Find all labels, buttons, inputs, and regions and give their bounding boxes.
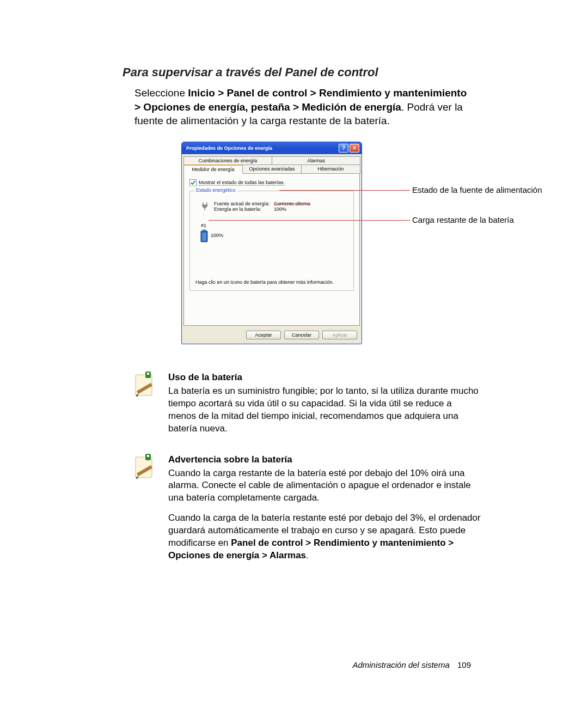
callout-line-1 — [279, 190, 410, 191]
note-icon — [133, 371, 156, 443]
battery-icon[interactable] — [200, 229, 209, 241]
tab-alarms[interactable]: Alarmas — [272, 156, 360, 164]
power-plug-icon — [200, 201, 211, 212]
battery-hint: Haga clic en un icono de batería para ob… — [195, 279, 348, 285]
power-options-dialog: Propiedades de Opciones de energía ? × C… — [181, 142, 362, 344]
note-battery-usage: Uso de la batería La batería es un sumin… — [133, 371, 482, 443]
energy-status-group: Estado energético Fuente actual de energ… — [189, 191, 354, 291]
tab-panel: Mostrar el estado de todas las baterías.… — [183, 173, 360, 326]
note2-p2: Cuando la carga de la batería restante e… — [168, 512, 482, 562]
note-battery-warning: Advertencia sobre la batería Cuando la c… — [133, 454, 482, 570]
tab-hibernate[interactable]: Hibernación — [301, 164, 360, 174]
svg-rect-5 — [147, 373, 149, 375]
help-button[interactable]: ? — [339, 144, 348, 153]
section-title: Para supervisar a través del Panel de co… — [122, 65, 471, 80]
svg-rect-2 — [202, 233, 206, 241]
callout-remaining: Carga restante de la batería — [412, 215, 514, 224]
tab-advanced[interactable]: Opciones avanzadas — [242, 164, 302, 174]
battery-block: #1 100% — [200, 223, 348, 241]
dialog-title: Propiedades de Opciones de energía — [186, 145, 272, 151]
callout-power-source: Estado de la fuente de alimentación — [412, 185, 542, 194]
dialog-screenshot-wrap: Propiedades de Opciones de energía ? × C… — [181, 142, 530, 344]
page-footer: Administración del sistema 109 — [352, 660, 471, 669]
note1-text: La batería es un suministro fungible; po… — [168, 385, 482, 435]
close-button[interactable]: × — [350, 144, 359, 153]
dialog-tabs: Combinaciones de energía Alarmas Medidor… — [182, 154, 362, 174]
note2-p1: Cuando la carga restante de la batería e… — [168, 467, 482, 505]
tab-power-meter[interactable]: Medidor de energía — [183, 164, 243, 174]
checkbox-icon — [189, 179, 197, 186]
battery-percentage: 100% — [211, 233, 223, 238]
note-icon — [133, 454, 156, 570]
note1-title: Uso de la batería — [168, 371, 482, 384]
intro-paragraph: Seleccione Inicio > Panel de control > R… — [134, 86, 471, 128]
note2-title: Advertencia sobre la batería — [168, 454, 482, 466]
footer-section: Administración del sistema — [352, 660, 449, 669]
footer-page-number: 109 — [457, 660, 471, 669]
group-legend: Estado energético — [194, 187, 237, 193]
apply-button[interactable]: Aplicar — [322, 331, 357, 339]
energy-kv: Fuente actual de energía: Corriente alte… — [214, 201, 310, 212]
dialog-titlebar: Propiedades de Opciones de energía ? × — [182, 142, 362, 154]
tab-combinations[interactable]: Combinaciones de energía — [183, 156, 272, 164]
dialog-button-row: Aceptar Cancelar Aplicar — [182, 327, 362, 344]
value-battery-energy: 100% — [274, 206, 286, 212]
value-power-source: Corriente alterna — [274, 201, 310, 206]
note2-p2-suffix: . — [306, 550, 309, 560]
checkbox-label: Mostrar el estado de todas las baterías. — [199, 180, 285, 186]
accept-button[interactable]: Aceptar — [246, 331, 281, 339]
cancel-button[interactable]: Cancelar — [284, 331, 319, 339]
label-battery-energy: Energía en la batería: — [214, 206, 274, 212]
show-all-batteries-checkbox[interactable]: Mostrar el estado de todas las baterías. — [189, 179, 354, 186]
callout-line-2 — [209, 220, 410, 221]
svg-rect-10 — [147, 455, 149, 457]
intro-prefix: Seleccione — [134, 87, 188, 99]
battery-number: #1 — [201, 223, 348, 228]
label-power-source: Fuente actual de energía: — [214, 201, 274, 206]
